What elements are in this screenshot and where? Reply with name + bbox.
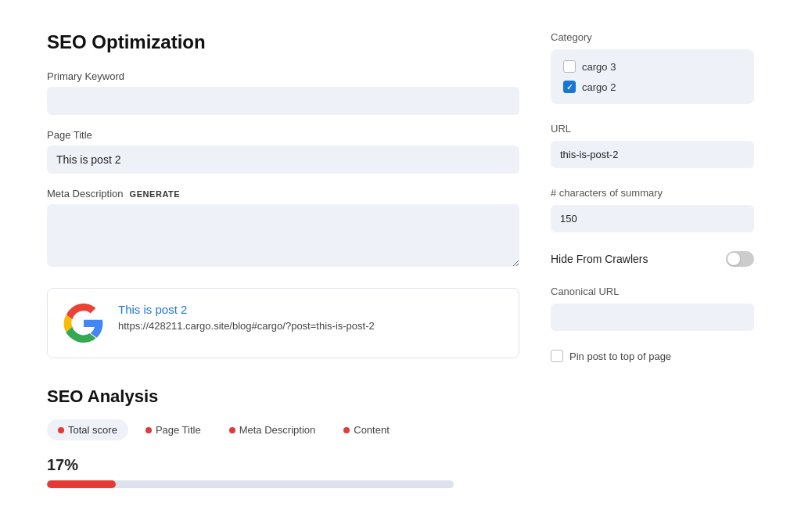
- google-logo-icon: [63, 303, 104, 343]
- category-cargo2-checkbox[interactable]: [563, 81, 576, 93]
- category-section: Category cargo 3 cargo 2: [551, 31, 754, 104]
- page-title-label: Page Title: [47, 129, 519, 141]
- google-preview-card: This is post 2 https://428211.cargo.site…: [47, 288, 519, 358]
- preview-url: https://428211.cargo.site/blog#cargo/?po…: [118, 319, 375, 333]
- url-section: URL: [551, 123, 754, 168]
- hide-crawlers-toggle[interactable]: [726, 251, 754, 267]
- pin-post-label: Pin post to top of page: [569, 350, 671, 362]
- content-dot: [343, 427, 350, 433]
- main-content: SEO Optimization Primary Keyword Page Ti…: [47, 31, 519, 488]
- category-cargo3-label: cargo 3: [582, 61, 616, 73]
- primary-keyword-group: Primary Keyword: [47, 70, 519, 115]
- category-cargo2-item[interactable]: cargo 2: [563, 81, 742, 93]
- meta-description-group: Meta Description GENERATE: [47, 188, 519, 269]
- primary-keyword-input[interactable]: [47, 87, 519, 115]
- page-title-input[interactable]: [47, 146, 519, 174]
- sidebar: Category cargo 3 cargo 2 URL # character…: [551, 31, 754, 488]
- google-preview-text: This is post 2 https://428211.cargo.site…: [118, 303, 375, 333]
- meta-description-input[interactable]: [47, 204, 519, 267]
- summary-input[interactable]: [551, 205, 754, 232]
- category-cargo3-item[interactable]: cargo 3: [563, 60, 742, 73]
- seo-optimization-title: SEO Optimization: [47, 31, 519, 53]
- page-title-dot: [145, 427, 152, 433]
- canonical-url-section: Canonical URL: [551, 286, 754, 331]
- tab-page-title-label: Page Title: [156, 424, 201, 436]
- score-percentage: 17%: [47, 456, 519, 474]
- tab-content-label: Content: [354, 424, 390, 436]
- toggle-knob: [727, 253, 740, 265]
- hide-crawlers-section: Hide From Crawlers: [551, 251, 754, 267]
- tab-total-score-label: Total score: [68, 424, 117, 436]
- hide-crawlers-label: Hide From Crawlers: [551, 253, 648, 265]
- meta-description-label: Meta Description: [47, 188, 124, 200]
- pin-post-checkbox[interactable]: [551, 350, 563, 362]
- summary-section: # characters of summary: [551, 187, 754, 232]
- canonical-url-input[interactable]: [551, 304, 754, 331]
- tab-page-title[interactable]: Page Title: [135, 419, 212, 440]
- progress-bar-background: [47, 480, 454, 488]
- url-label: URL: [551, 123, 754, 135]
- seo-analysis-title: SEO Analysis: [47, 386, 519, 407]
- generate-button[interactable]: GENERATE: [130, 189, 181, 199]
- category-cargo3-checkbox[interactable]: [563, 60, 576, 73]
- summary-label: # characters of summary: [551, 187, 754, 199]
- pin-post-row: Pin post to top of page: [551, 350, 754, 362]
- total-score-dot: [58, 427, 64, 433]
- progress-bar-fill: [47, 480, 116, 488]
- seo-tabs: Total score Page Title Meta Description …: [47, 419, 519, 440]
- hide-crawlers-row: Hide From Crawlers: [551, 251, 754, 267]
- url-input[interactable]: [551, 141, 754, 168]
- page-title-group: Page Title: [47, 129, 519, 174]
- tab-meta-description[interactable]: Meta Description: [218, 419, 327, 440]
- category-box: cargo 3 cargo 2: [551, 49, 754, 104]
- category-cargo2-label: cargo 2: [582, 81, 616, 93]
- canonical-url-label: Canonical URL: [551, 286, 754, 297]
- tab-meta-description-label: Meta Description: [239, 424, 316, 436]
- primary-keyword-label: Primary Keyword: [47, 70, 519, 82]
- tab-total-score[interactable]: Total score: [47, 419, 128, 440]
- tab-content[interactable]: Content: [332, 419, 400, 440]
- category-label: Category: [551, 31, 754, 43]
- preview-post-title[interactable]: This is post 2: [118, 303, 375, 316]
- meta-description-dot: [229, 427, 235, 433]
